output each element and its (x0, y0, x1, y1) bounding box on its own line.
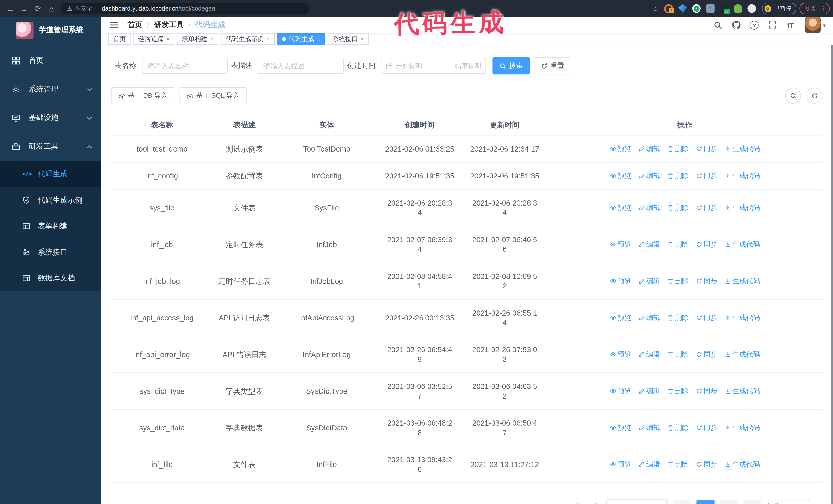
extension-icon-4[interactable] (706, 4, 715, 13)
delete-action[interactable]: 删除 (667, 460, 689, 469)
extension-icon-1[interactable]: 1 (664, 4, 673, 13)
tab-codegen-example[interactable]: 代码生成示例× (221, 33, 275, 45)
edit-action[interactable]: 编辑 (638, 423, 660, 432)
search-button[interactable]: 搜索 (492, 57, 529, 74)
paused-badge[interactable]: ☺ 已暂停 (762, 3, 796, 14)
preview-action[interactable]: 预览 (610, 460, 631, 469)
edit-action[interactable]: 编辑 (638, 203, 660, 213)
import-db-button[interactable]: 基于 DB 导入 (112, 87, 174, 104)
delete-action[interactable]: 删除 (667, 203, 689, 213)
close-icon[interactable]: × (317, 35, 320, 42)
preview-action[interactable]: 预览 (610, 171, 631, 181)
toggle-search-button[interactable] (785, 88, 801, 103)
back-icon[interactable]: ← (3, 4, 17, 13)
help-icon[interactable]: ? (750, 20, 759, 30)
tab-trace[interactable]: 链路追踪× (133, 33, 174, 45)
generate-code-action[interactable]: 生成代码 (724, 386, 760, 396)
preview-action[interactable]: 预览 (610, 277, 631, 286)
date-range-picker[interactable]: 开始日期 - 结束日期 (381, 58, 486, 74)
edit-action[interactable]: 编辑 (638, 240, 660, 249)
breadcrumb-devtools[interactable]: 研发工具 (154, 20, 184, 30)
edit-action[interactable]: 编辑 (638, 313, 660, 322)
preview-action[interactable]: 预览 (610, 423, 631, 432)
sync-action[interactable]: 同步 (696, 313, 717, 322)
extension-icon-6[interactable] (734, 4, 742, 13)
tab-codegen[interactable]: 代码生成× (278, 33, 325, 45)
sync-action[interactable]: 同步 (696, 386, 717, 396)
edit-action[interactable]: 编辑 (638, 460, 660, 469)
sidebar-item-infrastructure[interactable]: 基础设施 (0, 103, 101, 132)
forward-icon[interactable]: → (17, 4, 31, 13)
generate-code-action[interactable]: 生成代码 (724, 423, 760, 432)
delete-action[interactable]: 删除 (667, 423, 689, 432)
delete-action[interactable]: 删除 (667, 171, 689, 181)
refresh-table-button[interactable] (806, 88, 822, 103)
sync-action[interactable]: 同步 (696, 144, 717, 153)
bookmark-star-icon[interactable]: ☆ (652, 5, 658, 13)
preview-action[interactable]: 预览 (610, 203, 631, 213)
sidebar-item-system-api[interactable]: 系统接口 (0, 239, 101, 265)
sync-action[interactable]: 同步 (696, 203, 717, 213)
delete-action[interactable]: 删除 (667, 277, 689, 286)
goto-page-input[interactable] (786, 499, 810, 504)
font-size-icon[interactable]: tT (786, 20, 795, 30)
page-button-1[interactable]: 1 (696, 500, 714, 504)
table-desc-input[interactable] (258, 58, 344, 74)
breadcrumb-home[interactable]: 首页 (127, 20, 142, 30)
extension-icon-3[interactable]: ✓ (692, 4, 701, 13)
delete-action[interactable]: 删除 (667, 240, 689, 249)
delete-action[interactable]: 删除 (667, 386, 689, 396)
import-sql-button[interactable]: 基于 SQL 导入 (180, 87, 246, 104)
sync-action[interactable]: 同步 (696, 350, 717, 359)
sync-action[interactable]: 同步 (696, 277, 717, 286)
extension-icon-5[interactable]: on (720, 4, 729, 13)
home-icon[interactable]: ⌂ (45, 4, 58, 13)
generate-code-action[interactable]: 生成代码 (724, 313, 760, 322)
sync-action[interactable]: 同步 (696, 171, 717, 181)
extension-icon-7[interactable] (747, 4, 756, 13)
preview-action[interactable]: 预览 (610, 240, 631, 249)
tab-system-api[interactable]: 系统接口× (328, 33, 369, 45)
window-scrollbar[interactable] (831, 17, 833, 504)
sync-action[interactable]: 同步 (696, 423, 717, 432)
generate-code-action[interactable]: 生成代码 (724, 203, 760, 213)
edit-action[interactable]: 编辑 (638, 144, 660, 153)
sidebar-item-devtools[interactable]: 研发工具 (0, 132, 101, 161)
preview-action[interactable]: 预览 (610, 386, 631, 396)
sidebar-item-system[interactable]: 系统管理 (0, 75, 101, 103)
table-name-input[interactable] (142, 58, 228, 74)
sidebar-item-codegen[interactable]: </> 代码生成 (0, 161, 101, 187)
close-icon[interactable]: × (361, 35, 364, 42)
sidebar-item-db-doc[interactable]: 数据库文档 (0, 265, 101, 291)
generate-code-action[interactable]: 生成代码 (724, 460, 760, 469)
tab-form-builder[interactable]: 表单构建× (177, 33, 218, 45)
preview-action[interactable]: 预览 (610, 144, 631, 153)
preview-action[interactable]: 预览 (610, 313, 631, 322)
sync-action[interactable]: 同步 (696, 240, 717, 249)
generate-code-action[interactable]: 生成代码 (724, 277, 760, 286)
sidebar-item-home[interactable]: 首页 (0, 46, 101, 75)
fullscreen-icon[interactable] (768, 20, 777, 30)
search-icon[interactable] (714, 20, 723, 30)
sync-action[interactable]: 同步 (696, 460, 717, 469)
reset-button[interactable]: 重置 (534, 57, 571, 74)
reload-icon[interactable]: ⟳ (31, 4, 45, 13)
generate-code-action[interactable]: 生成代码 (724, 350, 760, 359)
close-icon[interactable]: × (166, 35, 170, 42)
close-icon[interactable]: × (210, 35, 214, 42)
hamburger-icon[interactable] (110, 21, 119, 29)
edit-action[interactable]: 编辑 (638, 277, 660, 286)
delete-action[interactable]: 删除 (667, 350, 689, 359)
close-icon[interactable]: × (266, 35, 270, 42)
next-page-button[interactable]: › (743, 500, 761, 504)
generate-code-action[interactable]: 生成代码 (724, 240, 760, 249)
extension-icon-2[interactable] (679, 4, 687, 13)
edit-action[interactable]: 编辑 (638, 386, 660, 396)
page-button-2[interactable]: 2 (720, 500, 738, 504)
page-size-select[interactable]: 10条/页 (606, 499, 668, 504)
edit-action[interactable]: 编辑 (638, 350, 660, 359)
delete-action[interactable]: 删除 (667, 144, 689, 153)
prev-page-button[interactable]: ‹ (673, 500, 691, 504)
preview-action[interactable]: 预览 (610, 350, 631, 359)
user-avatar[interactable] (805, 17, 821, 33)
